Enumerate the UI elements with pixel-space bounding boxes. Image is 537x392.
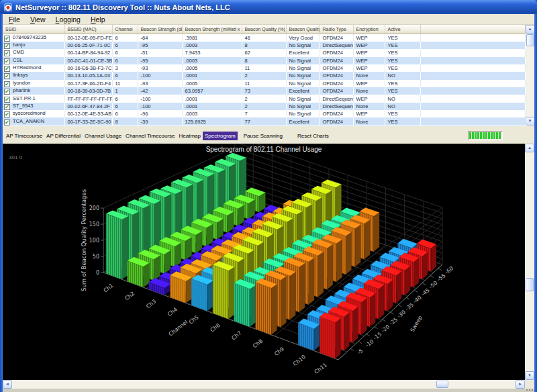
table-row-st-9543[interactable]: ✔ST_954300-02-6F-47-84-2F6-100.00012No S… — [3, 103, 525, 110]
quality_pct-cell: 8 — [242, 57, 286, 64]
strength_mwatt-cell: .0001 — [182, 72, 242, 79]
menu-logging[interactable]: Logging — [56, 15, 81, 23]
table-scroll-up-button[interactable]: ▲ — [526, 25, 535, 34]
menu-view[interactable]: View — [30, 15, 46, 23]
toolbar-button-pause-scanning[interactable]: Pause Scanning — [242, 132, 285, 140]
table-vertical-scrollbar[interactable]: ▲ ▼ — [526, 25, 535, 126]
chart-scroll-down-button[interactable]: ▼ — [525, 371, 534, 380]
ssid-cell: ✔TCA_ANAKIN — [3, 117, 64, 126]
strength_dbm-cell: -100 — [138, 72, 182, 79]
toolbar-button-ap-differential[interactable]: AP Differential — [44, 132, 83, 140]
table-scroll-thumb[interactable] — [526, 34, 534, 46]
table-row-csl[interactable]: ✔CSL00-0C-41-01-CE-3B6-95.00038No Signal… — [3, 57, 525, 64]
column-header-bssid-mac[interactable]: BSSID (MAC) — [64, 25, 112, 34]
quality-cell: Very Good — [286, 34, 320, 42]
table-row-banjo[interactable]: ✔banjo00-06-25-0F-71-0C6-95.00038No Sign… — [3, 42, 525, 49]
row-checkbox[interactable]: ✔ — [4, 89, 10, 95]
chart-horizontal-scrollbar[interactable]: ◄ ► — [3, 380, 534, 389]
table-scroll-down-button[interactable]: ▼ — [526, 117, 535, 126]
column-header-blank[interactable] — [420, 25, 525, 34]
progress-segment — [477, 132, 479, 139]
active-cell: YES — [385, 42, 420, 49]
strength_mwatt-cell: .0005 — [182, 64, 242, 72]
title-bar[interactable]: NetSurveyor :: 802.11 Discovery Tool :: … — [0, 0, 537, 14]
table-row-lyondon[interactable]: ✔lyondon00-17-3F-66-2D-F411-93.000511No … — [3, 80, 525, 87]
bssid-cell: 00-1F-33-2E-5C-90 — [64, 117, 112, 126]
radio-cell: DirectSequencing — [320, 95, 353, 102]
svg-text:Ch10: Ch10 — [292, 354, 307, 367]
table-row-syscoredmond[interactable]: ✔syscoredmond00-12-0E-4E-53-AB6-96.00037… — [3, 110, 525, 117]
chart-scroll-left-button[interactable]: ◄ — [3, 380, 12, 389]
row-checkbox[interactable]: ✔ — [4, 119, 10, 126]
encryption-cell: WEP — [353, 64, 385, 72]
strength_dbm-cell: -39 — [138, 117, 182, 126]
channel-cell: 1 — [112, 87, 138, 95]
row-checkbox[interactable]: ✔ — [4, 36, 10, 42]
row-checkbox[interactable]: ✔ — [4, 73, 10, 79]
row-checkbox[interactable]: ✔ — [4, 81, 10, 87]
row-checkbox[interactable]: ✔ — [4, 111, 10, 117]
column-header-radio-type[interactable]: Radio Type — [320, 25, 353, 34]
quality-cell: Excellent — [286, 117, 320, 126]
column-header-beacon-strength-mwatt-x-10-6[interactable]: Beacon Strength (mWatt x 10^-6) — [182, 25, 242, 34]
table-row-linksys[interactable]: ✔linksys00-13-10-05-1A-036-100.00012No S… — [3, 72, 525, 79]
radio-cell: OFDM24 — [320, 117, 353, 126]
column-header-beacon-quality[interactable]: Beacon Quality (%) — [242, 25, 286, 34]
svg-text:150: 150 — [89, 222, 99, 228]
column-header-beacon-strength-dbm[interactable]: Beacon Strength (dBm) — [138, 25, 182, 34]
chart-toolbar: AP TimecourseAP DifferentialChannel Usag… — [3, 126, 534, 144]
toolbar-button-channel-usage[interactable]: Channel Usage — [83, 132, 124, 140]
encryption-cell: None — [353, 103, 385, 110]
table-row-tca-anakin[interactable]: ✔TCA_ANAKIN00-1F-33-2E-5C-908-39125.8925… — [3, 117, 525, 126]
column-header-encryption[interactable]: Encryption — [353, 25, 385, 34]
radio-cell: OFDM24 — [320, 57, 353, 64]
row-checkbox[interactable]: ✔ — [4, 50, 10, 56]
menu-file[interactable]: File — [9, 15, 20, 23]
network-table: SSIDBSSID (MAC)ChannelBeacon Strength (d… — [3, 25, 534, 126]
toolbar-button-reset-charts[interactable]: Reset Charts — [295, 132, 331, 140]
table-row-078408743235[interactable]: ✔07840874323500-12-0E-05-FD-FE6-64.39814… — [3, 34, 525, 42]
toolbar-button-spectrogram[interactable]: Spectrogram — [203, 132, 238, 140]
column-header-channel[interactable]: Channel — [112, 25, 138, 34]
toolbar-button-heatmap[interactable]: Heatmap — [177, 132, 202, 140]
table-header-row: SSIDBSSID (MAC)ChannelBeacon Strength (d… — [3, 25, 525, 34]
table-row-pharlink[interactable]: ✔pharlink00-18-39-03-0D-7B1-4263.095773E… — [3, 87, 525, 95]
column-header-ssid[interactable]: SSID — [3, 25, 64, 34]
row-checkbox[interactable]: ✔ — [4, 104, 10, 110]
resize-grip[interactable] — [526, 389, 534, 392]
toolbar-button-channel-timecourse[interactable]: Channel Timecourse — [124, 132, 177, 140]
strength_dbm-cell: -64 — [138, 34, 182, 42]
quality_pct-cell: 11 — [242, 80, 286, 87]
row-checkbox[interactable]: ✔ — [4, 97, 10, 103]
network-grid: SSIDBSSID (MAC)ChannelBeacon Strength (d… — [3, 25, 526, 126]
column-header-active[interactable]: Active — [385, 25, 420, 34]
chart-scroll-thumb[interactable] — [526, 278, 534, 291]
row-checkbox[interactable]: ✔ — [4, 66, 10, 72]
ssid-label: ST_9543 — [13, 103, 33, 109]
table-row-sst-pr-1[interactable]: ✔SST-PR-1FF-FF-FF-FF-FF-FF6-100.00012No … — [3, 95, 525, 102]
progress-segment — [493, 132, 495, 139]
table-row-cmd[interactable]: ✔CMD00-14-BF-84-94-926-517.943362Excelle… — [3, 49, 525, 56]
toolbar-button-ap-timecourse[interactable]: AP Timecourse — [4, 132, 44, 140]
row-checkbox[interactable]: ✔ — [4, 43, 10, 49]
spacer-cell — [420, 103, 525, 110]
progress-segment — [480, 132, 482, 139]
chart-vertical-scrollbar[interactable]: ▲ ▼ — [525, 144, 534, 380]
menu-bar: FileViewLoggingHelp — [3, 14, 534, 25]
horizontal-scroll-thumb[interactable] — [436, 381, 448, 388]
progress-segment — [491, 132, 493, 139]
channel-cell: 3 — [112, 64, 138, 72]
encryption-cell: WEP — [353, 80, 385, 87]
column-header-beacon-quality[interactable]: Beacon Quality — [286, 25, 320, 34]
ssid-label: pharlink — [13, 87, 30, 93]
row-checkbox[interactable]: ✔ — [4, 58, 10, 64]
quality-cell: Excellent — [286, 49, 320, 56]
radio-cell: OFDM24 — [320, 110, 353, 117]
table-row-htredmond[interactable]: ✔HTRedmond00-16-E6-3B-F3-7C3-93.000511No… — [3, 64, 525, 72]
svg-text:Ch2: Ch2 — [124, 291, 136, 302]
chart-scroll-up-button[interactable]: ▲ — [525, 144, 534, 152]
progress-segment — [499, 132, 501, 139]
horizontal-scroll-track[interactable] — [12, 380, 516, 389]
menu-help[interactable]: Help — [91, 15, 105, 23]
chart-scroll-right-button[interactable]: ► — [516, 380, 525, 389]
